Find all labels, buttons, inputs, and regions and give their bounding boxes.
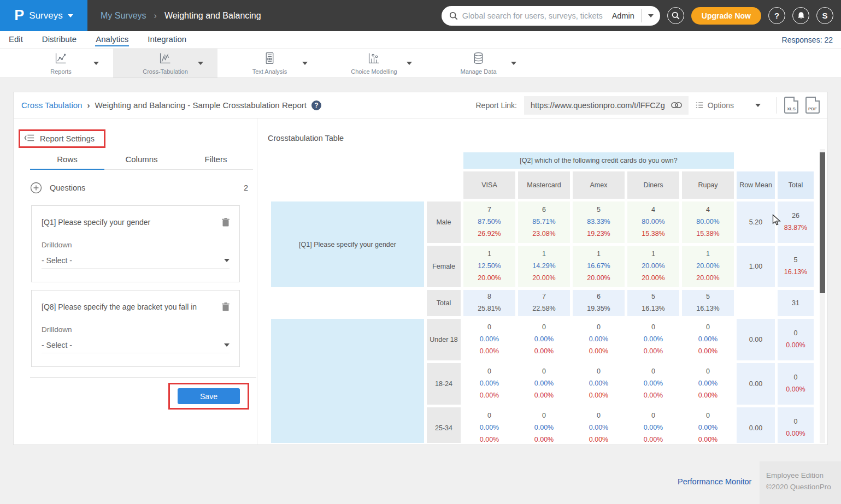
data-cell: 112.50%20.00% [463, 246, 515, 287]
data-cell: 00.00%0.00% [627, 363, 679, 405]
data-cell: 00.00%0.00% [573, 407, 625, 443]
table-scrollbar[interactable] [820, 149, 825, 443]
toolbar-item-reports[interactable]: Reports [9, 49, 113, 78]
divider [641, 9, 642, 22]
toolbar-item-choice-modelling[interactable]: Choice Modelling [322, 49, 426, 78]
tab-filters[interactable]: Filters [179, 155, 253, 169]
global-search[interactable]: Admin [442, 6, 660, 26]
options-button[interactable]: Options [696, 101, 734, 110]
row-label: 18-24 [427, 363, 461, 405]
toolbar-item-label: Reports [50, 68, 72, 75]
save-button[interactable]: Save [178, 388, 240, 404]
data-cell: 00.00%0.00% [518, 319, 570, 360]
add-question-icon[interactable] [30, 182, 42, 194]
report-link-box[interactable]: https://www.questionpro.com/t/lFFCZg [524, 96, 689, 115]
bubble-chart-icon [367, 51, 381, 67]
search-input[interactable] [462, 11, 608, 20]
data-cell: 787.50%26.92% [463, 201, 515, 243]
search-scope-selector[interactable]: Admin [612, 11, 634, 20]
toolbar-item-text-analysis[interactable]: Text Analysis [217, 49, 322, 78]
scrollbar-thumb[interactable] [820, 152, 825, 293]
upgrade-button[interactable]: Upgrade Now [691, 7, 761, 25]
help-button[interactable]: ? [768, 7, 785, 24]
questions-header: Questions 2 [30, 182, 248, 194]
row-label: Male [427, 201, 461, 243]
report-header: Cross Tabulation › Weighting and Balanci… [14, 92, 827, 118]
edition-line1: Employee Edition [766, 470, 841, 482]
nav-tab-integration[interactable]: Integration [147, 33, 187, 46]
crosstab-cell [271, 171, 461, 199]
column-header: Rupay [682, 171, 734, 199]
grand-total-cell: 31 [778, 290, 814, 316]
row-mean-cell: 5.20 [737, 201, 775, 243]
search-button[interactable] [667, 7, 684, 24]
chevron-down-icon[interactable] [407, 62, 412, 65]
tab-columns[interactable]: Columns [104, 155, 179, 169]
export-xls-button[interactable]: XLS [784, 97, 798, 114]
questions-count: 2 [244, 183, 248, 192]
row-mean-cell: 1.00 [737, 246, 775, 287]
chevron-down-icon [224, 343, 230, 347]
data-cell: 120.00%20.00% [682, 246, 734, 287]
total-data-cell: 516.13% [627, 290, 679, 316]
report-settings-panel: Report Settings Rows Columns Filters Que… [14, 118, 257, 444]
xls-icon: XLS [787, 106, 796, 111]
trend-chart-icon [158, 51, 172, 67]
data-cell: 480.00%15.38% [682, 201, 734, 243]
data-cell: 00.00%0.00% [682, 363, 734, 405]
questions-label: Questions [50, 183, 85, 192]
performance-monitor-link[interactable]: Performance Monitor [678, 477, 751, 486]
link-icon[interactable] [671, 102, 682, 108]
search-icon [672, 11, 680, 20]
help-icon[interactable]: ? [311, 100, 321, 110]
chevron-down-icon[interactable] [755, 104, 761, 107]
total-header: Total [778, 171, 814, 199]
report-title: Weighting and Balancing - Sample Crossta… [95, 100, 306, 110]
database-icon [472, 51, 485, 67]
drilldown-label: Drilldown [42, 325, 230, 334]
row-question-cell: [Q1] Please specify your gender [271, 201, 424, 287]
chevron-down-icon[interactable] [198, 62, 203, 65]
product-menu-label: Surveys [29, 10, 62, 21]
nav-tab-distribute[interactable]: Distribute [42, 33, 77, 46]
report-link-url[interactable]: https://www.questionpro.com/t/lFFCZg [531, 101, 665, 110]
line-chart-icon [54, 51, 68, 67]
tab-rows[interactable]: Rows [30, 155, 104, 170]
row-mean-cell: 0.00 [737, 319, 775, 360]
product-switcher[interactable]: P Surveys [0, 0, 87, 31]
trash-icon[interactable] [222, 218, 230, 228]
avatar: S [822, 11, 827, 20]
analytics-toolbar: ReportsCross-TabulationText AnalysisChoi… [0, 48, 841, 78]
questionpro-logo: P [14, 8, 24, 23]
chevron-down-icon[interactable] [93, 62, 99, 65]
data-cell: 00.00%0.00% [627, 319, 679, 360]
total-data-cell: 825.81% [463, 290, 515, 316]
drilldown-label: Drilldown [42, 241, 230, 249]
row-label: Total [427, 290, 461, 316]
data-cell: 00.00%0.00% [463, 407, 515, 443]
trash-icon[interactable] [222, 303, 230, 313]
survey-nav: EditDistributeAnalyticsIntegration Respo… [0, 31, 841, 48]
notifications-button[interactable] [792, 7, 809, 24]
list-icon [696, 102, 703, 109]
chevron-down-icon[interactable] [511, 62, 516, 65]
toolbar-item-manage-data[interactable]: Manage Data [426, 49, 531, 78]
row-question-cell [271, 319, 424, 443]
breadcrumb-my-surveys[interactable]: My Surveys [101, 11, 146, 21]
drilldown-select[interactable]: - Select - [42, 256, 230, 269]
chevron-down-icon[interactable] [302, 62, 308, 65]
nav-tab-analytics[interactable]: Analytics [95, 33, 129, 46]
column-header: Amex [573, 171, 625, 199]
crosstab-cell [737, 290, 775, 316]
nav-tab-edit[interactable]: Edit [8, 33, 23, 46]
chevron-down-icon[interactable] [648, 14, 654, 17]
drilldown-select[interactable]: - Select - [42, 341, 230, 353]
report-settings-toggle[interactable]: Report Settings [19, 129, 105, 148]
toolbar-item-cross-tabulation[interactable]: Cross-Tabulation [113, 49, 217, 78]
avatar-button[interactable]: S [816, 7, 833, 24]
column-header: Mastercard [518, 171, 570, 199]
crosstab-cell [271, 290, 424, 316]
export-pdf-button[interactable]: PDF [805, 97, 820, 114]
responses-count: Responses: 22 [782, 35, 833, 44]
cross-tabulation-link[interactable]: Cross Tabulation [21, 100, 82, 110]
